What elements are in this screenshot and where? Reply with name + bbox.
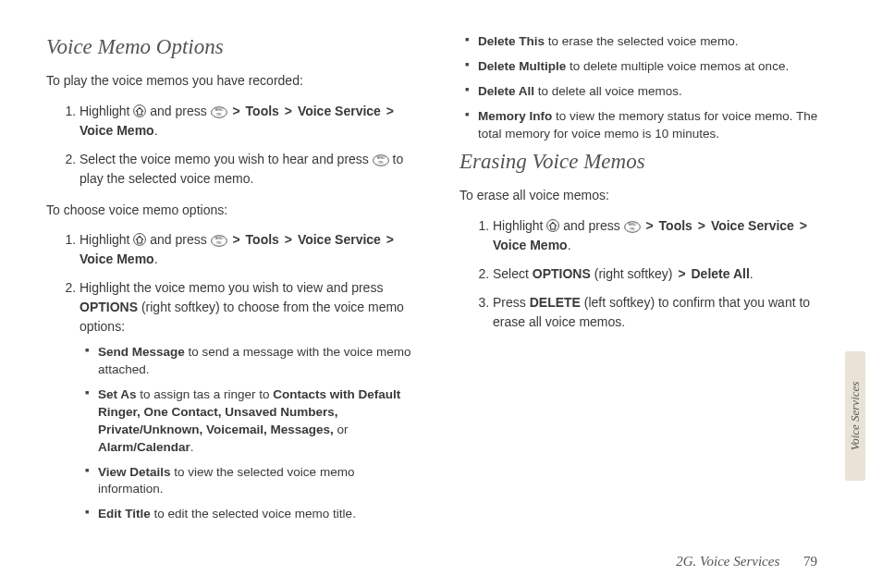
svg-text:MENU: MENU — [214, 237, 222, 240]
heading-erasing-voice-memos: Erasing Voice Memos — [459, 150, 836, 174]
steps-play: Highlight and press MENUOK > Tools > Voi… — [46, 102, 423, 189]
path-tools: Tools — [246, 104, 279, 118]
separator: > — [283, 232, 294, 247]
path-voice-memo: Voice Memo — [80, 251, 154, 266]
voice-memo-option-list: Send Message to send a message with the … — [80, 344, 423, 523]
play-step-1: Highlight and press MENUOK > Tools > Voi… — [80, 102, 423, 141]
footer-section-label: 2G. Voice Services — [676, 554, 779, 569]
opt-delete-multiple: Delete Multiple to delete multiple voice… — [465, 58, 836, 76]
svg-text:MENU: MENU — [628, 223, 635, 227]
intro-play-memos: To play the voice memos you have recorde… — [46, 72, 423, 91]
opt-edit-title: Edit Title to edit the selected voice me… — [85, 506, 423, 523]
opt-view-details: View Details to view the selected voice … — [85, 464, 423, 499]
text: and press — [150, 232, 210, 247]
erase-step-3: Press DELETE (left softkey) to confirm t… — [493, 293, 836, 332]
play-step-2: Select the voice memo you wish to hear a… — [80, 150, 423, 189]
page-number: 79 — [803, 554, 817, 569]
softkey-options: OPTIONS — [80, 300, 138, 314]
svg-text:OK: OK — [630, 227, 635, 231]
steps-options: Highlight and press MENUOK > Tools > Voi… — [46, 230, 423, 523]
steps-erase: Highlight and press MENUOK > Tools > Voi… — [459, 216, 836, 332]
path-tools: Tools — [246, 232, 279, 247]
text: and press — [150, 104, 210, 118]
side-tab-label: Voice Services — [848, 382, 863, 451]
text: and press — [563, 218, 623, 233]
svg-text:OK: OK — [216, 241, 222, 245]
label: View Details — [98, 465, 171, 479]
menu-ok-icon: MENUOK — [211, 233, 227, 246]
menu-ok-icon: MENUOK — [624, 219, 641, 232]
separator: > — [644, 218, 655, 233]
voice-memo-option-list-cont: Delete This to erase the selected voice … — [459, 33, 836, 142]
home-icon — [546, 218, 559, 231]
home-icon — [133, 232, 146, 245]
label: Memory Info — [478, 109, 552, 123]
path-voice-memo: Voice Memo — [493, 238, 568, 252]
side-tab-voice-services: Voice Services — [845, 351, 865, 481]
path-tools: Tools — [659, 218, 692, 233]
label: Delete Multiple — [478, 59, 566, 73]
svg-text:MENU: MENU — [376, 156, 384, 160]
menu-ok-icon: MENUOK — [211, 104, 227, 117]
path-voice-memo: Voice Memo — [80, 123, 154, 138]
intro-choose-options: To choose voice memo options: — [46, 202, 423, 220]
text: to edit the selected voice memo title. — [151, 507, 356, 521]
menu-ok-icon: MENUOK — [373, 153, 389, 165]
text: Select — [493, 266, 533, 281]
text: to erase the selected voice memo. — [545, 34, 738, 48]
label: Delete All — [478, 84, 534, 98]
home-icon — [133, 104, 146, 116]
label: Set As — [98, 387, 137, 401]
opt-send-message: Send Message to send a message with the … — [85, 344, 423, 379]
path-voice-service: Voice Service — [711, 218, 794, 233]
separator: > — [676, 266, 687, 281]
options-step-2: Highlight the voice memo you wish to vie… — [80, 278, 423, 523]
svg-text:MENU: MENU — [214, 108, 222, 112]
erase-step-2: Select OPTIONS (right softkey) > Delete … — [493, 264, 836, 284]
separator: > — [231, 232, 242, 247]
text-bold: Alarm/Calendar — [98, 440, 190, 454]
text: Highlight — [80, 232, 133, 247]
text: Highlight — [80, 104, 133, 118]
path-voice-service: Voice Service — [298, 104, 381, 118]
text: Press — [493, 295, 530, 310]
label: Delete This — [478, 34, 545, 48]
softkey-options: OPTIONS — [533, 266, 591, 281]
text: Select the voice memo you wish to hear a… — [80, 152, 373, 166]
separator: > — [231, 104, 242, 118]
svg-text:OK: OK — [378, 160, 384, 164]
text: to assign tas a ringer to — [137, 387, 274, 401]
left-column: Voice Memo Options To play the voice mem… — [46, 28, 423, 536]
opt-delete-all: Delete All to delete all voice memos. — [465, 83, 836, 101]
separator: > — [798, 218, 809, 233]
separator: > — [696, 218, 707, 233]
erase-step-1: Highlight and press MENUOK > Tools > Voi… — [493, 216, 836, 255]
opt-memory-info: Memory Info to view the memory status fo… — [465, 108, 836, 143]
right-column: Delete This to erase the selected voice … — [459, 28, 836, 536]
text: to delete all voice memos. — [534, 84, 682, 98]
page-content: Voice Memo Options To play the voice mem… — [0, 0, 882, 545]
separator: > — [385, 232, 396, 247]
softkey-delete: DELETE — [530, 295, 581, 310]
label: Send Message — [98, 345, 185, 359]
svg-text:OK: OK — [216, 112, 222, 116]
text: (right softkey) — [594, 266, 677, 281]
options-step-1: Highlight and press MENUOK > Tools > Voi… — [80, 230, 423, 269]
opt-delete-all: Delete All — [692, 266, 750, 281]
text: to delete multiple voice memos at once. — [566, 59, 789, 73]
text: Highlight — [493, 218, 546, 233]
page-footer: 2G. Voice Services 79 — [676, 554, 817, 570]
text: or — [334, 423, 349, 436]
path-voice-service: Voice Service — [298, 232, 381, 247]
separator: > — [283, 104, 294, 118]
opt-set-as: Set As to assign tas a ringer to Contact… — [85, 386, 423, 457]
heading-voice-memo-options: Voice Memo Options — [46, 35, 423, 59]
separator: > — [385, 104, 396, 118]
text: Highlight the voice memo you wish to vie… — [80, 280, 383, 295]
opt-delete-this: Delete This to erase the selected voice … — [465, 33, 836, 51]
label: Edit Title — [98, 507, 151, 521]
intro-erase-all: To erase all voice memos: — [459, 187, 836, 205]
